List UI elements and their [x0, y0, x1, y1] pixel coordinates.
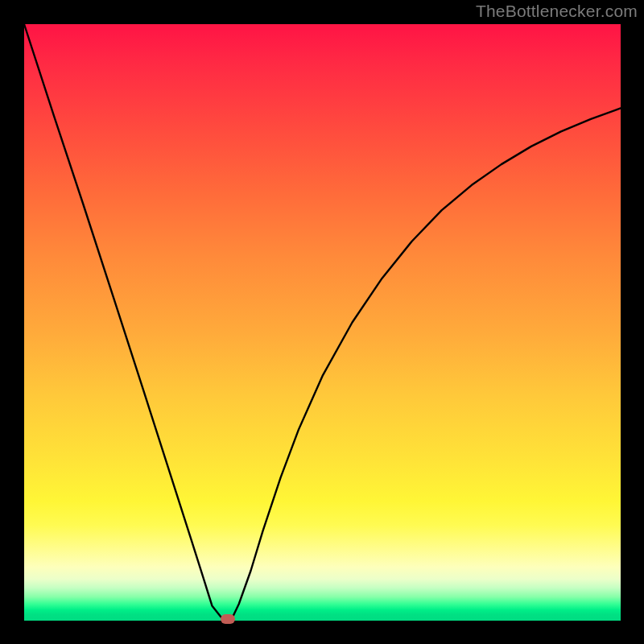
curve-layer [24, 24, 621, 621]
chart-frame: TheBottlenecker.com [0, 0, 644, 644]
watermark-text: TheBottlenecker.com [476, 2, 638, 21]
optimal-point-marker [221, 614, 235, 624]
plot-area [24, 24, 621, 621]
bottleneck-curve [24, 24, 621, 621]
